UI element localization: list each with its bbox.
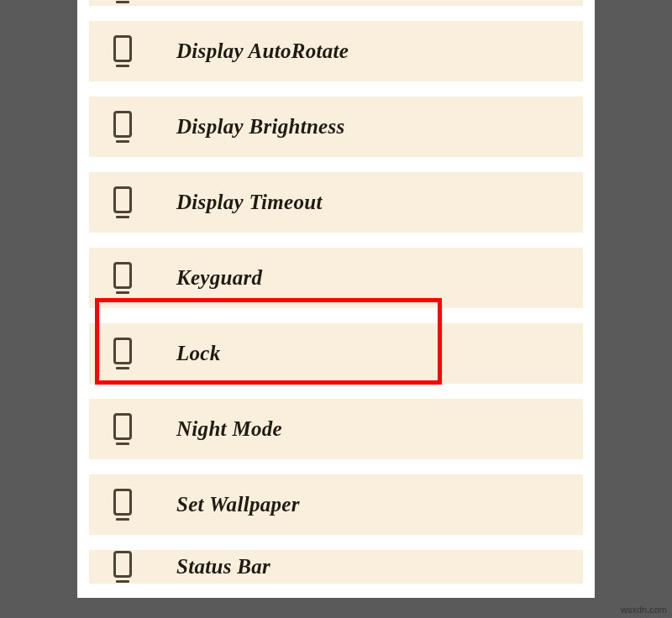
list-item-label: Night Mode: [176, 417, 282, 441]
list-item[interactable]: [89, 0, 583, 6]
list-item-label: Set Wallpaper: [176, 493, 300, 516]
list-item-status-bar[interactable]: Status Bar: [89, 550, 583, 584]
watermark: wsxdn.com: [621, 605, 667, 615]
device-icon: [111, 262, 134, 295]
settings-list: Display AutoRotate Display Brightness Di…: [89, 0, 583, 584]
device-icon: [111, 551, 134, 584]
list-item-night-mode[interactable]: Night Mode: [89, 399, 583, 459]
list-item-keyguard[interactable]: Keyguard: [89, 248, 583, 308]
list-item-set-wallpaper[interactable]: Set Wallpaper: [89, 474, 583, 535]
settings-panel: Display AutoRotate Display Brightness Di…: [77, 0, 595, 598]
list-item-display-autorotate[interactable]: Display AutoRotate: [89, 21, 583, 81]
list-item-display-timeout[interactable]: Display Timeout: [89, 172, 583, 233]
device-icon: [111, 186, 134, 219]
device-icon: [111, 413, 134, 446]
device-icon: [111, 338, 134, 370]
list-item-lock[interactable]: Lock: [89, 323, 583, 384]
list-item-label: Lock: [176, 342, 221, 365]
list-item-label: Display Timeout: [176, 191, 323, 214]
list-item-label: Display AutoRotate: [176, 39, 349, 63]
list-item-label: Display Brightness: [176, 115, 345, 139]
list-item-label: Keyguard: [176, 266, 262, 290]
list-item-label: Status Bar: [176, 555, 270, 579]
list-item-display-brightness[interactable]: Display Brightness: [89, 97, 583, 157]
device-icon: [111, 35, 134, 68]
device-icon: [111, 111, 134, 144]
device-icon: [111, 489, 134, 521]
device-icon: [111, 8, 134, 13]
